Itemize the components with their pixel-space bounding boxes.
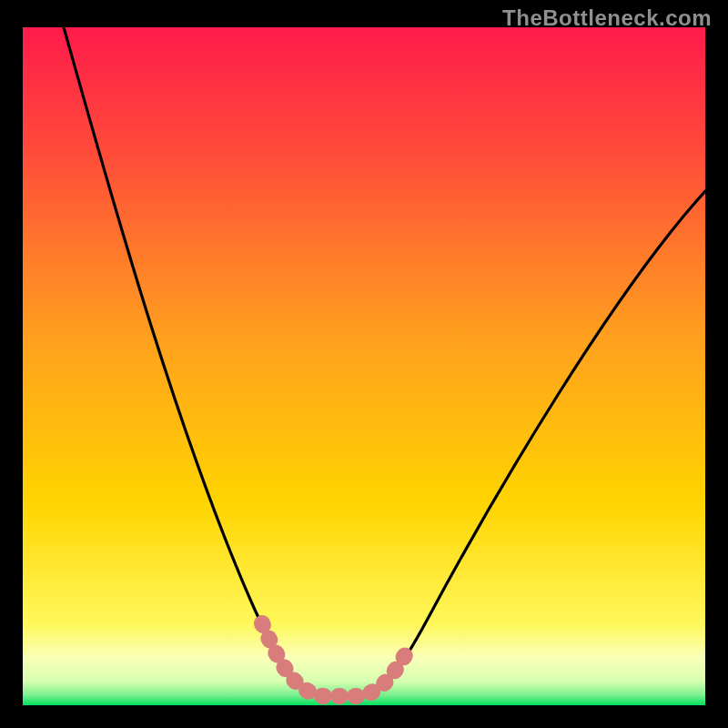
gradient-bg [23,27,705,705]
bottleneck-chart [23,27,705,705]
chart-frame: TheBottleneck.com [0,0,728,728]
